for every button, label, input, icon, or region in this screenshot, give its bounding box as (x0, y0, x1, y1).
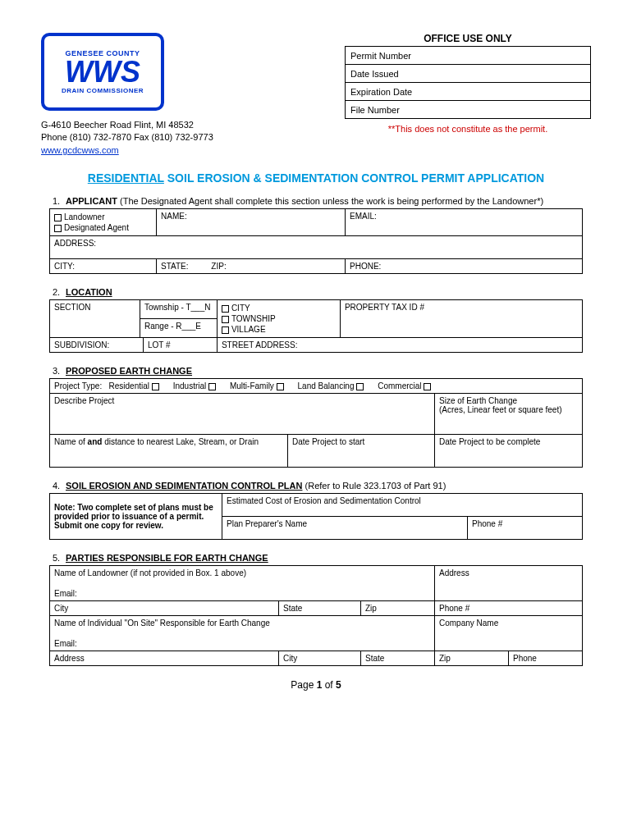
size-earth-change-cell[interactable]: Size of Earth Change (Acres, Linear feet… (435, 394, 583, 435)
tax-id-cell[interactable]: PROPERTY TAX ID # (340, 300, 582, 338)
commercial-checkbox[interactable] (424, 383, 431, 390)
permit-number-cell[interactable]: Permit Number (346, 47, 591, 65)
onsite-phone-cell[interactable]: Phone (509, 651, 583, 666)
applicant-type-cell[interactable]: Landowner Designated Agent (50, 209, 157, 236)
multifamily-checkbox[interactable] (277, 383, 284, 390)
org-logo: GENESEE COUNTY WWS DRAIN COMMISSIONER (41, 33, 164, 111)
file-number-cell[interactable]: File Number (346, 101, 591, 119)
page-number: Page 1 of 5 (41, 679, 591, 691)
township-cell[interactable]: Township - T___N (140, 300, 218, 319)
title-residential: RESIDENTIAL (88, 171, 164, 185)
designated-agent-checkbox[interactable] (54, 225, 62, 232)
permit-disclaimer: **This does not constitute as the permit… (345, 124, 591, 134)
name-cell[interactable]: NAME: (157, 209, 346, 236)
date-complete-cell[interactable]: Date Project to be complete (435, 435, 583, 468)
onsite-state-cell[interactable]: State (361, 651, 435, 666)
email-cell[interactable]: EMAIL: (346, 209, 583, 236)
lot-cell[interactable]: LOT # (143, 338, 217, 353)
landowner-address-cell[interactable]: Address (435, 566, 583, 601)
landowner-phone-cell[interactable]: Phone # (435, 601, 583, 616)
office-use-table: Permit Number Date Issued Expiration Dat… (345, 46, 591, 119)
company-name-cell[interactable]: Company Name (435, 616, 583, 651)
city-checkbox[interactable] (222, 305, 229, 313)
applicant-table: Landowner Designated Agent NAME: EMAIL: … (49, 208, 583, 274)
section-4-head: 4.SOIL EROSION AND SEDIMENTATION CONTROL… (49, 481, 583, 491)
industrial-checkbox[interactable] (208, 383, 216, 390)
section-2-head: 2.LOCATION (49, 287, 583, 297)
subdivision-cell[interactable]: SUBDIVISION: (50, 338, 144, 353)
preparer-name-cell[interactable]: Plan Preparer's Name (222, 517, 468, 540)
range-cell[interactable]: Range - R___E (140, 319, 218, 338)
landowner-city-cell[interactable]: City (50, 601, 279, 616)
city-cell[interactable]: CITY: (50, 259, 157, 274)
phone-cell[interactable]: PHONE: (346, 259, 583, 274)
plans-note-cell: Note: Two complete set of plans must be … (50, 494, 222, 540)
section-1-head: 1.APPLICANT (The Designated Agent shall … (49, 196, 583, 206)
section-cell[interactable]: SECTION (50, 300, 140, 338)
location-table: SECTION Township - T___N CITY TOWNSHIP V… (49, 299, 583, 353)
residential-checkbox[interactable] (152, 383, 159, 390)
expiration-date-cell[interactable]: Expiration Date (346, 83, 591, 101)
org-address: G-4610 Beecher Road Flint, MI 48532 (41, 119, 287, 131)
org-website-link[interactable]: www.gcdcwws.com (41, 145, 119, 155)
land-balancing-checkbox[interactable] (356, 383, 364, 390)
landowner-name-cell[interactable]: Name of Landowner (if not provided in Bo… (50, 566, 435, 601)
date-start-cell[interactable]: Date Project to start (288, 435, 435, 468)
project-type-row[interactable]: Project Type: Residential Industrial Mul… (50, 379, 583, 394)
landowner-state-cell[interactable]: State (279, 601, 361, 616)
village-checkbox[interactable] (222, 326, 229, 334)
township-checkbox[interactable] (222, 316, 229, 323)
address-cell[interactable]: ADDRESS: (50, 236, 583, 259)
org-phone: Phone (810) 732-7870 Fax (810) 732-9773 (41, 131, 287, 144)
preparer-phone-cell[interactable]: Phone # (468, 517, 583, 540)
jurisdiction-cell[interactable]: CITY TOWNSHIP VILLAGE (217, 300, 340, 338)
onsite-address-cell[interactable]: Address (50, 651, 279, 666)
estimated-cost-cell[interactable]: Estimated Cost of Erosion and Sedimentat… (222, 494, 583, 517)
title-rest: SOIL EROSION & SEDIMENTATION CONTROL PER… (164, 171, 544, 185)
date-issued-cell[interactable]: Date Issued (346, 65, 591, 83)
office-use-title: OFFICE USE ONLY (345, 33, 591, 44)
onsite-name-cell[interactable]: Name of Individual "On Site" Responsible… (50, 616, 435, 651)
landowner-checkbox[interactable] (54, 214, 62, 221)
describe-project-cell[interactable]: Describe Project (50, 394, 435, 435)
earth-change-table: Project Type: Residential Industrial Mul… (49, 378, 583, 468)
street-address-cell[interactable]: STREET ADDRESS: (217, 338, 582, 353)
logo-mid-text: WWS (65, 57, 140, 87)
state-zip-cell[interactable]: STATE: ZIP: (157, 259, 346, 274)
logo-bot-text: DRAIN COMMISSIONER (62, 87, 144, 94)
parties-table: Name of Landowner (if not provided in Bo… (49, 565, 583, 666)
form-title: RESIDENTIAL SOIL EROSION & SEDIMENTATION… (41, 171, 591, 185)
onsite-zip-cell[interactable]: Zip (435, 651, 509, 666)
section-5-head: 5.PARTIES RESPONSIBLE FOR EARTH CHANGE (49, 553, 583, 563)
section-3-head: 3.PROPOSED EARTH CHANGE (49, 366, 583, 376)
landowner-zip-cell[interactable]: Zip (361, 601, 435, 616)
onsite-city-cell[interactable]: City (279, 651, 361, 666)
nearest-lake-cell[interactable]: Name of and distance to nearest Lake, St… (50, 435, 288, 468)
control-plan-table: Note: Two complete set of plans must be … (49, 493, 583, 540)
